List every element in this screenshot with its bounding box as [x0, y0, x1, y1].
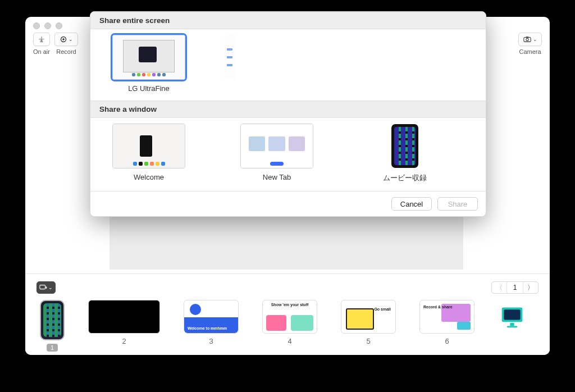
slide-thumb: Go small: [341, 300, 396, 334]
slide-7-partial[interactable]: [498, 300, 526, 334]
slide-thumb: Show 'em your stuff: [262, 300, 317, 334]
traffic-lights: [33, 22, 62, 29]
window-label: Welcome: [134, 173, 164, 181]
chevron-down-icon: ⌄: [533, 37, 537, 42]
svg-rect-4: [526, 37, 528, 38]
slide-4[interactable]: Show 'em your stuff 4: [262, 300, 317, 345]
slide-number: 2: [122, 337, 126, 345]
window-label: New Tab: [263, 173, 291, 181]
camera-icon: [523, 36, 531, 43]
slide-number: 3: [209, 337, 213, 345]
share-button[interactable]: Share: [437, 197, 478, 211]
section-header-screen: Share entire screen: [90, 12, 486, 29]
slide-number: 6: [445, 337, 449, 345]
minimize-icon[interactable]: [44, 22, 51, 29]
screen-option-lg-ultrafine[interactable]: LG UltraFine: [104, 35, 194, 93]
onair-button[interactable]: On air: [33, 33, 50, 55]
screens-body: LG UltraFine: [90, 29, 486, 101]
window-option-movie-record[interactable]: ムービー収録: [360, 124, 450, 183]
window-preview: [240, 124, 313, 168]
screen-option-secondary[interactable]: [218, 35, 241, 93]
slide-1[interactable]: 1: [40, 300, 65, 352]
chevron-down-icon: ⌄: [69, 37, 73, 42]
add-slide-icon: [39, 284, 47, 291]
slide-thumb: [40, 300, 65, 340]
svg-rect-7: [504, 309, 520, 320]
svg-rect-2: [523, 38, 530, 42]
pager-current: 1: [506, 282, 523, 293]
slides-row: 1 2 Welcome to mmhmm 3 Show 'em your stu…: [36, 300, 539, 352]
camera-label: Camera: [519, 48, 541, 55]
svg-rect-5: [40, 285, 45, 289]
record-button[interactable]: ⌄ Record: [54, 33, 78, 55]
zoom-icon[interactable]: [56, 22, 62, 29]
broadcast-icon: [38, 35, 45, 43]
slide-thumb: Record & share: [419, 300, 474, 334]
slide-thumb: Welcome to mmhmm: [184, 300, 239, 334]
slide-5[interactable]: Go small 5: [341, 300, 396, 345]
chevron-down-icon: ⌄: [48, 285, 53, 290]
window-option-welcome[interactable]: Welcome: [104, 124, 194, 183]
windows-body: Welcome New Tab ムービー収録: [90, 118, 486, 191]
svg-point-3: [526, 38, 528, 40]
slide-3[interactable]: Welcome to mmhmm 3: [184, 300, 239, 345]
slide-number: 1: [47, 344, 58, 352]
window-preview: [112, 124, 185, 168]
modal-footer: Cancel Share: [90, 191, 486, 216]
slide-thumb: [88, 300, 160, 334]
record-icon: [60, 36, 67, 43]
svg-rect-8: [510, 323, 514, 326]
monitor-icon: [500, 304, 524, 329]
svg-rect-9: [507, 326, 517, 328]
slide-6[interactable]: Record & share 6: [419, 300, 474, 345]
slide-number: 4: [288, 337, 291, 345]
slide-number: 5: [366, 337, 370, 345]
window-label: ムービー収録: [383, 173, 427, 183]
filmstrip: ⌄ 〈 1 〉 1 2 Welcome to mmhmm 3: [25, 274, 550, 355]
record-label: Record: [56, 48, 76, 55]
svg-point-1: [62, 38, 65, 40]
add-slide-button[interactable]: ⌄: [36, 281, 56, 294]
screen-preview: [112, 35, 185, 80]
pager-next-button[interactable]: 〉: [523, 282, 538, 293]
slide-2[interactable]: 2: [88, 300, 160, 345]
close-icon[interactable]: [33, 22, 40, 29]
camera-button[interactable]: ⌄ Camera: [518, 33, 542, 55]
share-picker-modal: Share entire screen LG UltraFine Share a…: [90, 11, 486, 217]
cancel-button[interactable]: Cancel: [391, 197, 432, 211]
window-preview: [368, 124, 441, 168]
section-header-window: Share a window: [90, 101, 486, 118]
screen-label: LG UltraFine: [128, 84, 170, 93]
pager-prev-button[interactable]: 〈: [492, 282, 506, 293]
pager: 〈 1 〉: [491, 281, 539, 294]
window-option-newtab[interactable]: New Tab: [232, 124, 322, 183]
onair-label: On air: [33, 48, 50, 55]
screen-preview: [224, 35, 235, 80]
slide-thumb: [498, 300, 526, 334]
